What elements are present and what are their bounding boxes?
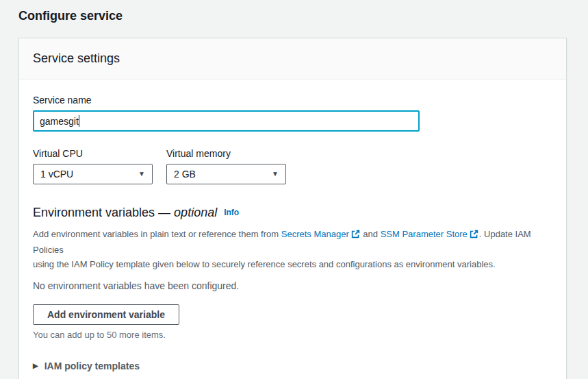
card-body: Service name Virtual CPU 1 vCPU ▼ Virtua… (19, 80, 566, 379)
compute-row: Virtual CPU 1 vCPU ▼ Virtual memory 2 GB… (33, 148, 552, 184)
desc-text: Add environment variables in plain text … (33, 229, 281, 239)
virtual-memory-value: 2 GB (174, 169, 196, 180)
external-link-icon (351, 228, 360, 243)
text-cursor (79, 115, 79, 127)
virtual-cpu-label: Virtual CPU (33, 148, 153, 159)
virtual-memory-select[interactable]: 2 GB ▼ (166, 164, 286, 184)
configure-service-page: Configure service Service settings Servi… (0, 0, 588, 379)
triangle-right-icon: ▶ (33, 363, 38, 369)
desc-text-line2: using the IAM Policy template given belo… (33, 259, 496, 269)
page-title: Configure service (18, 9, 588, 23)
virtual-cpu-field: Virtual CPU 1 vCPU ▼ (33, 148, 153, 184)
info-link[interactable]: Info (224, 208, 239, 217)
env-description: Add environment variables in plain text … (33, 227, 552, 271)
service-name-label: Service name (33, 95, 552, 106)
secrets-manager-link[interactable]: Secrets Manager (281, 229, 349, 239)
env-variables-heading: Environment variables — optionalInfo (33, 206, 552, 220)
expander-label: IAM policy templates (44, 360, 140, 371)
env-heading-dash: — (155, 206, 174, 219)
chevron-down-icon: ▼ (138, 171, 145, 178)
iam-policy-templates-expander[interactable]: ▶ IAM policy templates (33, 360, 552, 371)
env-limit-note: You can add up to 50 more items. (33, 330, 552, 340)
service-settings-card: Service settings Service name Virtual CP… (18, 38, 567, 379)
virtual-cpu-value: 1 vCPU (40, 169, 73, 180)
virtual-cpu-select[interactable]: 1 vCPU ▼ (33, 164, 153, 184)
card-header: Service settings (19, 38, 566, 80)
service-name-field (33, 110, 420, 132)
card-title: Service settings (33, 51, 552, 66)
add-environment-variable-button[interactable]: Add environment variable (33, 304, 179, 325)
desc-text: and (361, 229, 381, 239)
env-heading-text: Environment variables (33, 206, 155, 219)
env-empty-message: No environment variables have been confi… (33, 280, 552, 291)
external-link-icon (470, 228, 478, 243)
ssm-parameter-store-link[interactable]: SSM Parameter Store (381, 229, 468, 239)
virtual-memory-field: Virtual memory 2 GB ▼ (166, 148, 286, 184)
chevron-down-icon: ▼ (272, 171, 279, 178)
env-heading-optional: optional (174, 206, 217, 219)
service-name-input[interactable] (33, 110, 420, 132)
virtual-memory-label: Virtual memory (166, 148, 286, 159)
